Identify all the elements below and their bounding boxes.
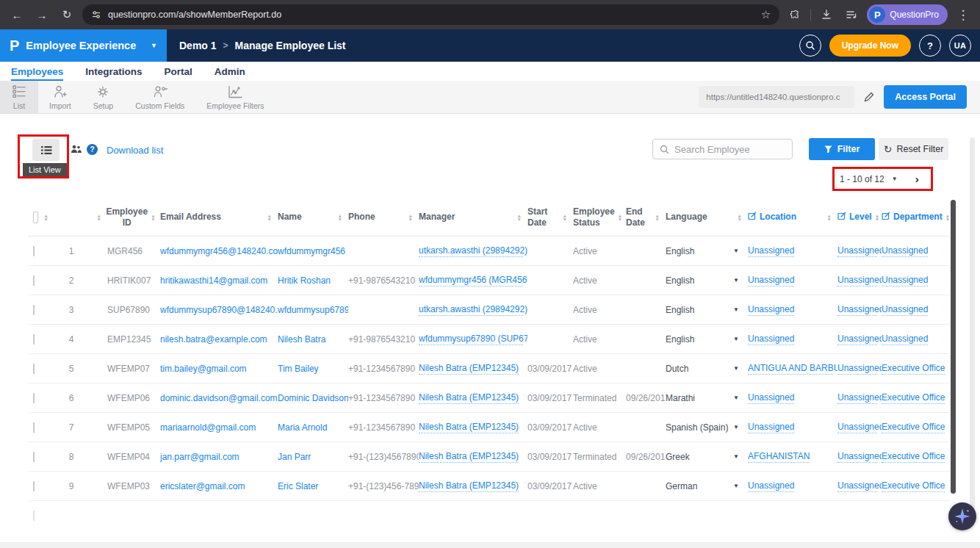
tab-portal[interactable]: Portal (165, 66, 192, 79)
select-all-checkbox[interactable] (33, 212, 38, 223)
cell-language[interactable]: Greek▼ (666, 452, 748, 462)
upgrade-now-button[interactable]: Upgrade Now (829, 35, 911, 57)
sort-icon[interactable]: ▲▼ (44, 214, 48, 221)
cell-name[interactable]: Jan Parr (278, 452, 348, 462)
col-header-email[interactable]: Email Address▲▼ (160, 212, 278, 223)
cell-language[interactable]: English▼ (666, 334, 748, 345)
language-dropdown-icon[interactable]: ▼ (733, 424, 739, 430)
cell-name[interactable]: Nilesh Batra (278, 334, 348, 345)
row-checkbox[interactable] (33, 364, 35, 374)
bookmark-star-icon[interactable]: ☆ (761, 8, 771, 21)
downloads-icon[interactable] (817, 5, 836, 24)
cell-language[interactable]: Spanish (Spain)▼ (666, 422, 748, 433)
col-header-level[interactable]: Level▲▼ (837, 212, 882, 223)
row-checkbox[interactable] (33, 481, 35, 491)
cell-email[interactable]: jan.parr@gmail.com (160, 452, 278, 462)
language-dropdown-icon[interactable]: ▼ (733, 453, 739, 460)
reload-icon[interactable]: ↻ (57, 5, 76, 24)
sort-icon[interactable]: ▲▼ (945, 214, 950, 221)
toolbar-item-employee-filters[interactable]: Employee Filters (195, 81, 275, 113)
col-header-phone[interactable]: Phone▲▼ (348, 212, 419, 223)
help-button[interactable]: ? (919, 35, 941, 57)
extensions-puzzle-icon[interactable] (785, 5, 804, 24)
cell-email[interactable]: dominic.davidson@gmail.com (160, 393, 278, 403)
sort-icon[interactable]: ▲▼ (338, 214, 342, 221)
toolbar-item-import[interactable]: Import (38, 81, 82, 113)
row-checkbox[interactable] (33, 275, 35, 286)
back-icon[interactable]: ← (7, 5, 26, 24)
col-header-department[interactable]: Department▲▼ (882, 212, 949, 223)
sort-icon[interactable]: ▲▼ (618, 214, 622, 221)
cell-name[interactable]: wfdummymgr456 (278, 246, 348, 256)
toolbar-item-custom-fields[interactable]: Custom Fields (124, 81, 195, 113)
browser-profile-chip[interactable]: P QuestionPro (867, 4, 948, 25)
cell-language[interactable]: Dutch▼ (666, 364, 748, 374)
cell-name[interactable]: Eric Slater (278, 481, 348, 491)
cell-email[interactable]: wfdummymgr456@148240.com (160, 246, 278, 256)
row-checkbox[interactable] (33, 511, 35, 521)
site-info-icon[interactable] (91, 10, 101, 20)
cell-name[interactable]: Tim Bailey (278, 364, 348, 374)
cell-name[interactable]: Maria Arnold (278, 422, 348, 433)
address-bar[interactable]: questionpro.com/a/showMemberReport.do ☆ (82, 4, 779, 25)
language-dropdown-icon[interactable]: ▼ (733, 277, 739, 284)
header-search-button[interactable] (799, 35, 821, 57)
product-switcher[interactable]: P Employee Experience ▼ (0, 29, 167, 62)
row-checkbox[interactable] (33, 452, 35, 462)
table-scrollbar[interactable] (951, 200, 956, 494)
col-header-location[interactable]: Location▲▼ (748, 212, 837, 223)
ai-assistant-button[interactable] (948, 502, 976, 530)
browser-menu-kebab-icon[interactable]: ⋮ (954, 5, 973, 24)
language-dropdown-icon[interactable]: ▼ (733, 365, 739, 372)
tab-employees[interactable]: Employees (11, 66, 63, 81)
pagination-dropdown-icon[interactable]: ▼ (892, 176, 898, 182)
col-header-manager[interactable]: Manager▲▼ (419, 212, 527, 223)
col-header-language[interactable]: Language▲▼ (666, 212, 748, 223)
toolbar-item-setup[interactable]: Setup (82, 81, 124, 113)
download-list-link[interactable]: Download list (107, 145, 163, 156)
col-header-end[interactable]: End Date▲▼ (626, 206, 666, 228)
sort-icon[interactable]: ▲▼ (738, 214, 742, 221)
sort-icon[interactable]: ▲▼ (151, 214, 155, 221)
row-checkbox[interactable] (33, 334, 35, 345)
sort-icon[interactable]: ▲▼ (408, 214, 413, 221)
help-circle-icon[interactable]: ? (87, 144, 98, 155)
reading-list-icon[interactable] (842, 5, 861, 24)
language-dropdown-icon[interactable]: ▼ (733, 248, 739, 254)
row-checkbox[interactable] (33, 246, 35, 256)
cell-name[interactable]: wfdummysup67890 (278, 305, 348, 315)
cell-email[interactable]: ericslater@gmail.com (160, 481, 278, 491)
language-dropdown-icon[interactable]: ▼ (733, 394, 739, 401)
cell-language[interactable]: English▼ (666, 305, 748, 315)
cell-name[interactable]: Dominic Davidson (278, 393, 348, 403)
sort-icon[interactable]: ▲▼ (563, 214, 567, 221)
filter-button[interactable]: Filter (809, 138, 875, 160)
cell-language[interactable]: English▼ (666, 275, 748, 286)
col-header-name[interactable]: Name▲▼ (278, 212, 348, 223)
row-checkbox[interactable] (33, 305, 35, 315)
cell-language[interactable]: Marathi▼ (666, 393, 748, 403)
sort-icon[interactable]: ▲▼ (267, 214, 272, 221)
sort-icon[interactable]: ▲▼ (517, 214, 522, 221)
language-dropdown-icon[interactable]: ▼ (733, 483, 739, 489)
list-view-button[interactable] (32, 139, 60, 161)
cell-language[interactable]: German▼ (666, 481, 748, 491)
page-scrollbar[interactable] (970, 137, 975, 512)
toolbar-item-list[interactable]: List (0, 81, 38, 113)
tab-admin[interactable]: Admin (215, 66, 245, 79)
row-checkbox[interactable] (33, 422, 35, 433)
language-dropdown-icon[interactable]: ▼ (733, 306, 739, 313)
col-header-check[interactable]: ▲▼ (28, 212, 54, 223)
cell-email[interactable]: hritikawasthi14@gmail.com (160, 275, 278, 286)
pagination-next-icon[interactable]: › (915, 173, 919, 185)
sort-icon[interactable]: ▲▼ (97, 214, 101, 221)
edit-pencil-icon[interactable] (863, 91, 875, 103)
search-employee-input[interactable]: Search Employee (652, 139, 793, 159)
col-header-status[interactable]: Employee Status▲▼ (573, 206, 626, 228)
sort-icon[interactable]: ▲▼ (827, 214, 832, 221)
access-portal-button[interactable]: Access Portal (884, 85, 967, 109)
col-header-start[interactable]: Start Date▲▼ (527, 206, 573, 228)
language-dropdown-icon[interactable]: ▼ (733, 336, 739, 342)
reset-filter-button[interactable]: ↻ Reset Filter (879, 138, 948, 160)
sort-icon[interactable]: ▲▼ (655, 214, 660, 221)
